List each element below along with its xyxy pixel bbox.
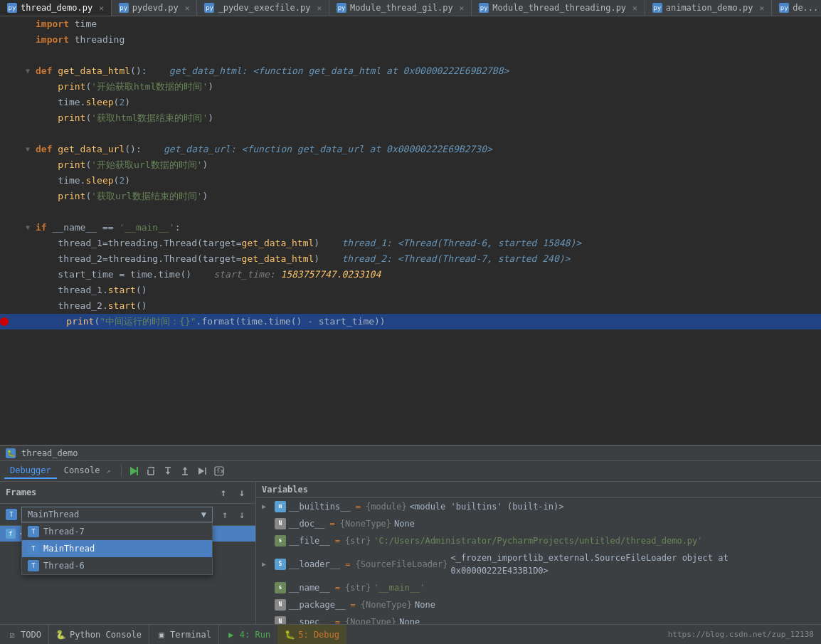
thread-option-thread6[interactable]: T Thread-6: [22, 557, 212, 574]
frames-header: Frames ↑ ↓: [0, 482, 255, 504]
frames-panel: Frames ↑ ↓ T MainThread ▼ T: [0, 482, 256, 624]
svg-marker-9: [183, 467, 187, 470]
status-python-console[interactable]: 🐍 Python Console: [49, 625, 149, 644]
code-line-12: print('获取url数据结束的时间'): [0, 189, 821, 204]
frames-down-button[interactable]: ↓: [234, 485, 250, 500]
frames-up-button[interactable]: ↑: [216, 485, 231, 500]
tab-icon-1: py: [119, 3, 129, 13]
frames-label: Frames: [6, 487, 36, 497]
step-over-button[interactable]: [143, 463, 159, 479]
tab-animation-demo[interactable]: py animation_demo.py ✕: [645, 0, 772, 16]
tab-thread-demo[interactable]: py thread_demo.py ✕: [0, 0, 112, 16]
tab-label-1: pydevd.py: [132, 3, 179, 13]
var-type-icon-builtins: m: [275, 501, 286, 512]
var-item-loader[interactable]: ▶ S __loader__ = {SourceFileLoader} <_fr…: [256, 549, 821, 579]
frame-icon-0: f: [6, 529, 16, 539]
debug-status-icon: 🐛: [285, 630, 295, 640]
var-value-doc: None: [394, 517, 415, 530]
var-type-icon-file: s: [275, 535, 286, 547]
tab-pydev-execfile[interactable]: py _pydev_execfile.py ✕: [197, 0, 329, 16]
tab-bar: py thread_demo.py ✕ py pydevd.py ✕ py _p…: [0, 0, 821, 16]
resume-button[interactable]: [126, 463, 142, 479]
code-line-15: thread_1=threading.Thread(target=get_dat…: [0, 236, 821, 251]
var-value-spec: None: [399, 616, 420, 624]
thread-option-thread7[interactable]: T Thread-7: [22, 523, 212, 540]
var-type-icon-loader: S: [275, 559, 286, 570]
run-icon: ▶: [226, 630, 236, 640]
debug-title-bar: 🐛 thread_demo: [0, 446, 821, 461]
step-out-button[interactable]: [177, 463, 193, 479]
tab-close-0[interactable]: ✕: [99, 4, 104, 13]
var-expand-icon: ▶: [262, 500, 272, 513]
var-item-file[interactable]: s __file__ = {str} 'C:/Users/Administrat…: [256, 532, 821, 549]
tab-label-0: thread_demo.py: [21, 3, 92, 13]
todo-icon: ☑: [7, 630, 17, 640]
status-debug-label: 5: Debug: [298, 630, 339, 640]
code-line-7: print('获取html数据结束的时间'): [0, 110, 821, 126]
debug-panel-icon: 🐛: [6, 448, 16, 458]
tab-icon-0: py: [7, 3, 17, 13]
code-line-14: ▼ if __name__ == '__main__':: [0, 220, 821, 236]
tab-icon-3: py: [337, 3, 346, 13]
editor-area[interactable]: import time import threading ▼ def get_d…: [0, 16, 821, 445]
var-item-doc[interactable]: N __doc__ = {NoneType} None: [256, 515, 821, 532]
code-line-3: [0, 48, 821, 63]
status-right-url: https://blog.csdn.net/zup_12138: [661, 630, 821, 639]
var-value-package: None: [415, 598, 435, 611]
code-line-9: ▼ def get_data_url(): get_data_url: <fun…: [0, 142, 821, 157]
var-item-builtins[interactable]: ▶ m __builtins__ = {module} <module 'bui…: [256, 498, 821, 515]
tab-close-3[interactable]: ✕: [460, 4, 465, 13]
tab-icon-4: py: [479, 3, 489, 13]
tab-console[interactable]: Console ↗: [58, 463, 117, 479]
code-line-11: time.sleep(2): [0, 173, 821, 189]
svg-marker-6: [166, 472, 170, 475]
tab-module-thread-gil[interactable]: py Module_thread_gil.py ✕: [329, 0, 472, 16]
status-terminal[interactable]: ▣ Terminal: [149, 625, 219, 644]
tab-icon-6: py: [779, 3, 789, 13]
tab-label-5: animation_demo.py: [666, 3, 753, 13]
debug-panel: 🐛 thread_demo Debugger Console ↗: [0, 445, 821, 624]
var-item-spec[interactable]: N __spec__ = {NoneType} None: [256, 613, 821, 624]
tab-close-1[interactable]: ✕: [185, 4, 190, 13]
status-run-label: 4: Run: [240, 630, 270, 640]
thread-nav-buttons: ↑ ↓: [217, 507, 250, 522]
thread-icon: T: [6, 509, 17, 520]
dropdown-arrow-icon: ▼: [201, 510, 206, 519]
code-content: import time import threading ▼ def get_d…: [0, 16, 821, 329]
var-value-name: '__main__': [374, 581, 425, 594]
variables-header: Variables: [256, 482, 821, 498]
tab-de[interactable]: py de... ✕: [772, 0, 821, 16]
tab-close-5[interactable]: ✕: [760, 4, 765, 13]
thread-option-mainthread[interactable]: T MainThread: [22, 540, 212, 557]
code-line-2: import threading: [0, 32, 821, 48]
svg-marker-11: [198, 468, 204, 475]
thread-down-button[interactable]: ↓: [234, 507, 250, 522]
python-icon: 🐍: [56, 630, 66, 640]
tab-pydevd[interactable]: py pydevd.py ✕: [112, 0, 198, 16]
var-item-package[interactable]: N __package__ = {NoneType} None: [256, 596, 821, 613]
debug-toolbar: Debugger Console ↗ fx: [0, 461, 821, 482]
tab-close-4[interactable]: ✕: [632, 4, 637, 13]
tab-label-6: de...: [793, 3, 818, 13]
thread-dropdown-display[interactable]: MainThread ▼: [21, 507, 213, 522]
svg-rect-1: [137, 467, 138, 475]
status-run[interactable]: ▶ 4: Run: [219, 625, 277, 644]
status-todo[interactable]: ☑ TODO: [0, 625, 49, 644]
run-to-cursor-button[interactable]: [194, 463, 210, 479]
thread-up-button[interactable]: ↑: [217, 507, 233, 522]
code-line-17: start_time = time.time() start_time: 158…: [0, 267, 821, 283]
thread-dropdown-container[interactable]: MainThread ▼ T Thread-7 T MainThread: [21, 507, 213, 522]
tab-close-2[interactable]: ✕: [317, 4, 322, 13]
step-into-button[interactable]: [160, 463, 176, 479]
debug-content: Frames ↑ ↓ T MainThread ▼ T: [0, 482, 821, 624]
status-debug[interactable]: 🐛 5: Debug: [277, 625, 346, 644]
var-item-name[interactable]: s __name__ = {str} '__main__': [256, 579, 821, 596]
tab-debugger[interactable]: Debugger: [4, 463, 57, 479]
thread-selector: T MainThread ▼ T Thread-7 T MainThread: [0, 504, 255, 526]
var-value-loader: <_frozen_importlib_external.SourceFileLo…: [451, 551, 815, 577]
frames-header-right: ↑ ↓: [216, 485, 250, 500]
code-line-1: import time: [0, 16, 821, 32]
tab-module-thread-threading[interactable]: py Module_thread_threading.py ✕: [472, 0, 645, 16]
evaluate-button[interactable]: fx: [211, 463, 227, 479]
var-type-icon-name: s: [275, 582, 286, 593]
